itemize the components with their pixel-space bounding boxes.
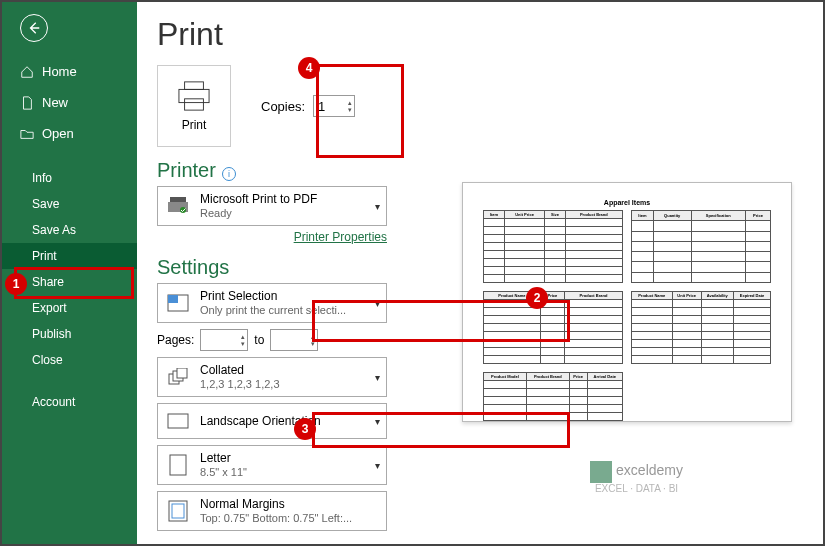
copies-spinner[interactable]: 1 ▴▾ — [313, 95, 355, 117]
preview-table: ItemQuantitySpecificationPrice — [631, 210, 771, 283]
collated-dropdown[interactable]: Collated 1,2,3 1,2,3 1,2,3 — [157, 357, 387, 397]
print-what-dropdown[interactable]: Print Selection Only print the current s… — [157, 283, 387, 323]
copies-value: 1 — [318, 99, 325, 114]
watermark: exceldemy EXCEL · DATA · BI — [590, 461, 683, 494]
svg-rect-1 — [179, 89, 209, 102]
svg-rect-14 — [172, 504, 184, 518]
printer-properties-link[interactable]: Printer Properties — [157, 230, 387, 244]
spinner-arrows-icon: ▴▾ — [348, 99, 352, 113]
svg-rect-3 — [170, 197, 186, 202]
paper-title: Letter — [200, 451, 378, 465]
page-title: Print — [157, 16, 803, 53]
svg-rect-10 — [177, 368, 187, 378]
watermark-icon — [590, 461, 612, 483]
pages-from-spinner[interactable]: ▴▾ — [200, 329, 248, 351]
margins-icon — [166, 499, 190, 523]
sidebar-publish[interactable]: Publish — [2, 321, 137, 347]
print-preview: Apparel Items ItemUnit PriceSizeProduct … — [462, 182, 792, 422]
annotation-badge-1: 1 — [5, 273, 27, 295]
back-button[interactable] — [20, 14, 48, 42]
sidebar-spacer2 — [2, 373, 137, 389]
svg-point-5 — [180, 207, 186, 213]
spinner-arrows-icon: ▴▾ — [241, 333, 245, 347]
paper-icon — [166, 453, 190, 477]
svg-rect-2 — [185, 99, 204, 110]
svg-rect-11 — [168, 414, 188, 428]
svg-rect-7 — [168, 295, 178, 303]
sidebar-account[interactable]: Account — [2, 389, 137, 415]
orientation-label: Landscape Orientation — [200, 414, 378, 428]
sidebar-export[interactable]: Export — [2, 295, 137, 321]
printer-device-icon — [166, 194, 190, 218]
print-button[interactable]: Print — [157, 65, 231, 147]
sidebar-print[interactable]: Print — [2, 243, 137, 269]
annotation-badge-2: 2 — [526, 287, 548, 309]
svg-rect-12 — [170, 455, 186, 475]
preview-table: Product NameUnit PriceAvailabilityExpire… — [631, 291, 771, 364]
pages-label: Pages: — [157, 333, 194, 347]
sidebar-menu: Home New Open Info Save Save As Print Sh… — [2, 56, 137, 415]
preview-table: Product NamePriceProduct Brand — [483, 291, 623, 364]
margins-title: Normal Margins — [200, 497, 378, 511]
sidebar-spacer — [2, 149, 137, 165]
margins-sub: Top: 0.75" Bottom: 0.75" Left:... — [200, 511, 378, 525]
sheet-selection-icon — [166, 291, 190, 315]
copies-control: Copies: 1 ▴▾ — [261, 95, 355, 117]
sidebar-close[interactable]: Close — [2, 347, 137, 373]
svg-rect-0 — [185, 82, 204, 90]
paper-sub: 8.5" x 11" — [200, 465, 378, 479]
preview-title: Apparel Items — [483, 199, 771, 206]
backstage-sidebar: Home New Open Info Save Save As Print Sh… — [2, 2, 137, 544]
collated-icon — [166, 365, 190, 389]
printer-dropdown[interactable]: Microsoft Print to PDF Ready — [157, 186, 387, 226]
folder-open-icon — [20, 127, 34, 141]
printer-heading: Printeri — [157, 159, 803, 182]
print-what-sub: Only print the current selecti... — [200, 303, 378, 317]
sidebar-saveas[interactable]: Save As — [2, 217, 137, 243]
landscape-icon — [166, 409, 190, 433]
collated-title: Collated — [200, 363, 378, 377]
preview-table: Product ModelProduct BrandPriceArrival D… — [483, 372, 623, 421]
printer-name: Microsoft Print to PDF — [200, 192, 378, 206]
collated-sub: 1,2,3 1,2,3 1,2,3 — [200, 377, 378, 391]
home-icon — [20, 65, 34, 79]
printer-icon — [175, 80, 213, 112]
print-what-title: Print Selection — [200, 289, 378, 303]
annotation-badge-4: 4 — [298, 57, 320, 79]
paper-size-dropdown[interactable]: Letter 8.5" x 11" — [157, 445, 387, 485]
spinner-arrows-icon: ▴▾ — [311, 333, 315, 347]
print-button-label: Print — [182, 118, 207, 132]
sidebar-save[interactable]: Save — [2, 191, 137, 217]
annotation-badge-3: 3 — [294, 418, 316, 440]
sidebar-new[interactable]: New — [2, 87, 137, 118]
margins-dropdown[interactable]: Normal Margins Top: 0.75" Bottom: 0.75" … — [157, 491, 387, 531]
sidebar-open[interactable]: Open — [2, 118, 137, 149]
sidebar-info[interactable]: Info — [2, 165, 137, 191]
orientation-dropdown[interactable]: Landscape Orientation — [157, 403, 387, 439]
arrow-left-icon — [27, 21, 41, 35]
printer-status: Ready — [200, 206, 378, 220]
pages-to-spinner[interactable]: ▴▾ — [270, 329, 318, 351]
copies-label: Copies: — [261, 99, 305, 114]
pages-to-label: to — [254, 333, 264, 347]
preview-table: ItemUnit PriceSizeProduct Brand — [483, 210, 623, 283]
sidebar-home[interactable]: Home — [2, 56, 137, 87]
info-icon[interactable]: i — [222, 167, 236, 181]
document-icon — [20, 96, 34, 110]
